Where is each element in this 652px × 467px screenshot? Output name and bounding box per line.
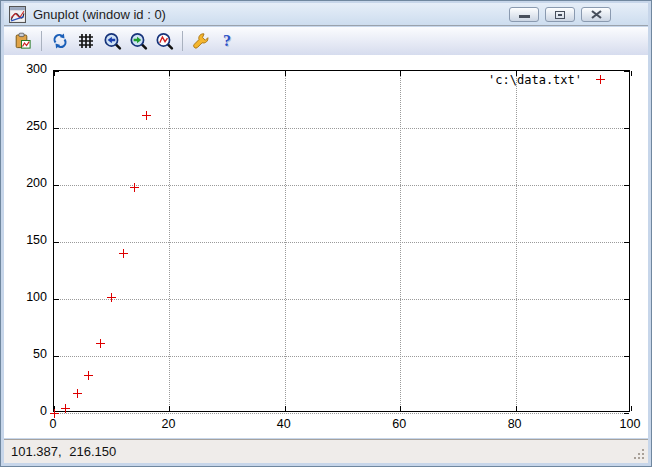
gridline-x xyxy=(169,71,170,411)
window-title: Gnuplot (window id : 0) xyxy=(33,7,166,22)
help-icon: ? xyxy=(223,32,231,50)
tick-mark xyxy=(624,356,629,357)
data-point-marker xyxy=(61,404,70,413)
tick-mark xyxy=(516,71,517,76)
options-wrench-icon xyxy=(192,32,211,51)
zoom-previous-icon xyxy=(103,32,122,51)
copy-to-clipboard-icon xyxy=(14,32,32,50)
y-axis-tick-label: 150 xyxy=(13,233,47,247)
zoom-next-button[interactable] xyxy=(127,30,149,52)
grid-toggle-button[interactable] xyxy=(75,30,97,52)
tick-mark xyxy=(54,185,59,186)
data-point-marker xyxy=(107,293,116,302)
data-point-marker xyxy=(119,249,128,258)
tick-mark xyxy=(285,71,286,76)
x-axis-tick-label: 80 xyxy=(495,417,535,431)
gridline-x xyxy=(400,71,401,411)
data-point-marker xyxy=(96,339,105,348)
window-controls xyxy=(509,7,611,22)
maximize-icon xyxy=(555,11,565,19)
replot-icon xyxy=(51,32,69,50)
gridline-y xyxy=(54,413,629,414)
close-button[interactable] xyxy=(581,7,611,22)
tick-mark xyxy=(624,242,629,243)
tick-mark xyxy=(169,71,170,76)
legend: 'c:\data.txt' xyxy=(488,73,605,86)
data-point-marker xyxy=(142,111,151,120)
toolbar-separator xyxy=(41,31,42,51)
x-axis-tick-label: 0 xyxy=(33,417,73,431)
tick-mark xyxy=(54,128,59,129)
gridline-y xyxy=(54,185,629,186)
tick-mark xyxy=(631,406,632,411)
gridline-y xyxy=(54,242,629,243)
toolbar: ? xyxy=(4,27,648,55)
tick-mark xyxy=(54,299,59,300)
y-axis-tick-label: 100 xyxy=(13,290,47,304)
minimize-button[interactable] xyxy=(509,7,539,22)
zoom-reset-icon xyxy=(155,32,174,51)
gnuplot-window: Gnuplot (window id : 0) xyxy=(0,0,652,467)
toolbar-separator xyxy=(182,31,183,51)
zoom-previous-button[interactable] xyxy=(101,30,123,52)
tick-mark xyxy=(285,406,286,411)
x-axis-tick-label: 100 xyxy=(610,417,648,431)
x-axis-tick-label: 60 xyxy=(379,417,419,431)
gridline-y xyxy=(54,356,629,357)
titlebar[interactable]: Gnuplot (window id : 0) xyxy=(4,3,648,26)
tick-mark xyxy=(169,406,170,411)
tick-mark xyxy=(400,71,401,76)
tick-mark xyxy=(400,406,401,411)
maximize-button[interactable] xyxy=(545,7,575,22)
gridline-y xyxy=(54,299,629,300)
copy-to-clipboard-button[interactable] xyxy=(12,30,34,52)
y-axis-tick-label: 300 xyxy=(13,62,47,76)
tick-mark xyxy=(54,71,59,72)
y-axis-tick-label: 0 xyxy=(13,404,47,418)
y-axis-tick-label: 50 xyxy=(13,347,47,361)
plot-box[interactable]: 'c:\data.txt' xyxy=(53,70,630,412)
statusbar: 101.387, 216.150 xyxy=(4,439,648,463)
tick-mark xyxy=(624,413,629,414)
tick-mark xyxy=(516,406,517,411)
tick-mark xyxy=(624,71,629,72)
zoom-next-icon xyxy=(129,32,148,51)
help-button[interactable]: ? xyxy=(216,30,238,52)
tick-mark xyxy=(624,128,629,129)
tick-mark xyxy=(624,185,629,186)
resize-grip[interactable] xyxy=(633,448,646,461)
data-point-marker xyxy=(84,371,93,380)
cursor-coordinates: 101.387, 216.150 xyxy=(11,444,116,459)
gridline-x xyxy=(285,71,286,411)
gridline-y xyxy=(54,128,629,129)
legend-marker-icon xyxy=(596,75,605,84)
gridline-x xyxy=(516,71,517,411)
tick-mark xyxy=(624,299,629,300)
tick-mark xyxy=(54,242,59,243)
x-axis-tick-label: 20 xyxy=(148,417,188,431)
close-icon xyxy=(591,10,602,19)
graph-area[interactable]: 'c:\data.txt' 02040608010005010015020025… xyxy=(4,55,648,438)
zoom-reset-button[interactable] xyxy=(153,30,175,52)
tick-mark xyxy=(54,356,59,357)
grid-icon xyxy=(77,32,95,50)
y-axis-tick-label: 200 xyxy=(13,176,47,190)
options-button[interactable] xyxy=(190,30,212,52)
data-point-marker xyxy=(130,183,139,192)
y-axis-tick-label: 250 xyxy=(13,119,47,133)
tick-mark xyxy=(631,71,632,76)
legend-label: 'c:\data.txt' xyxy=(488,73,582,87)
x-axis-tick-label: 40 xyxy=(264,417,304,431)
gnuplot-app-icon xyxy=(9,6,26,23)
replot-button[interactable] xyxy=(49,30,71,52)
minimize-icon xyxy=(519,15,530,18)
data-point-marker xyxy=(73,389,82,398)
